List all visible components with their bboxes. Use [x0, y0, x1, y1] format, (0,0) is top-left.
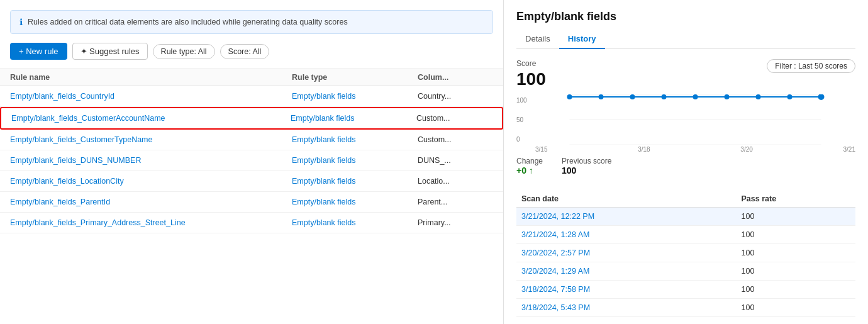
- info-banner: ℹ Rules added on critical data elements …: [10, 10, 493, 34]
- column-value: Country...: [418, 92, 493, 101]
- history-date: 3/20/2024, 2:57 PM: [516, 244, 736, 262]
- column-value: Parent...: [418, 198, 493, 206]
- filter-button[interactable]: Filter : Last 50 scores: [767, 59, 855, 73]
- score-section: Score 100 Filter : Last 50 scores 100 50…: [516, 59, 855, 176]
- y-label-0: 0: [516, 136, 531, 143]
- rule-name[interactable]: Empty/blank_fields_ParentId: [10, 198, 292, 206]
- prev-score-value: 100: [562, 165, 611, 176]
- history-row: 3/20/2024, 1:29 AM 100: [516, 262, 855, 281]
- col-header-rule-name: Rule name: [10, 73, 292, 82]
- history-row: 3/21/2024, 12:22 PM 100: [516, 208, 855, 226]
- chart-svg: [535, 94, 855, 145]
- rule-type: Empty/blank fields: [292, 156, 418, 165]
- history-col-date: Scan date: [516, 191, 736, 208]
- history-date: 3/18/2024, 5:43 PM: [516, 299, 736, 317]
- column-value: Locatio...: [418, 177, 493, 186]
- history-pass-rate: 100: [736, 244, 855, 262]
- column-value: Primary...: [418, 218, 493, 227]
- score-value: 100: [516, 69, 546, 89]
- chart-inner: 3/15 3/18 3/20 3/21: [535, 94, 855, 153]
- chart-container: 100 50 0: [516, 94, 855, 153]
- rule-name[interactable]: Empty/blank_fields_Primary_Address_Stree…: [10, 218, 292, 227]
- column-value: DUNS_...: [418, 156, 493, 165]
- toolbar: + New rule ✦ Suggest rules Rule type: Al…: [0, 34, 503, 69]
- tab-history[interactable]: History: [559, 30, 605, 49]
- metrics-row: Change +0 ↑ Previous score 100: [516, 157, 855, 176]
- rule-type: Empty/blank fields: [292, 218, 418, 227]
- svg-point-10: [787, 94, 793, 99]
- prev-score-section: Previous score 100: [562, 157, 611, 176]
- table-row[interactable]: Empty/blank_fields_LocationCity Empty/bl…: [0, 171, 503, 192]
- right-panel: Empty/blank fields DetailsHistory Score …: [503, 0, 868, 324]
- rule-type-filter[interactable]: Rule type: All: [153, 44, 215, 59]
- svg-point-7: [693, 94, 698, 99]
- svg-point-5: [630, 94, 635, 99]
- rule-type: Empty/blank fields: [292, 135, 418, 144]
- new-rule-button[interactable]: + New rule: [10, 43, 67, 60]
- svg-point-4: [599, 94, 604, 99]
- history-pass-rate: 100: [736, 281, 855, 299]
- history-pass-rate: 100: [736, 262, 855, 281]
- x-label-320: 3/20: [740, 146, 752, 153]
- rule-name[interactable]: Empty/blank_fields_CountryId: [10, 92, 292, 101]
- change-section: Change +0 ↑: [516, 157, 543, 176]
- history-col-pass-rate: Pass rate: [736, 191, 855, 208]
- info-banner-text: Rules added on critical data elements ar…: [28, 18, 348, 26]
- history-date: 3/21/2024, 1:28 AM: [516, 226, 736, 244]
- history-pass-rate: 100: [736, 208, 855, 226]
- prev-score-label: Previous score: [562, 157, 611, 165]
- score-label: Score: [516, 59, 546, 68]
- info-icon: ℹ: [19, 17, 23, 27]
- tab-details[interactable]: Details: [516, 30, 559, 49]
- history-row: 3/21/2024, 1:28 AM 100: [516, 226, 855, 244]
- y-label-50: 50: [516, 116, 531, 123]
- rule-name[interactable]: Empty/blank_fields_CustomerAccountName: [11, 114, 291, 123]
- table-row[interactable]: Empty/blank_fields_ParentId Empty/blank …: [0, 192, 503, 213]
- col-header-rule-type: Rule type: [292, 73, 418, 82]
- x-label-321: 3/21: [843, 146, 855, 153]
- rule-type: Empty/blank fields: [292, 92, 418, 101]
- column-value: Custom...: [418, 135, 493, 144]
- suggest-rules-button[interactable]: ✦ Suggest rules: [72, 43, 148, 60]
- rule-name[interactable]: Empty/blank_fields_DUNS_NUMBER: [10, 156, 292, 165]
- left-panel: ℹ Rules added on critical data elements …: [0, 0, 503, 324]
- history-row: 3/20/2024, 2:57 PM 100: [516, 244, 855, 262]
- svg-point-6: [662, 94, 667, 99]
- x-label-315: 3/15: [535, 146, 547, 153]
- tabs: DetailsHistory: [516, 30, 855, 49]
- svg-point-11: [818, 94, 825, 100]
- svg-point-3: [567, 94, 572, 99]
- table-row[interactable]: Empty/blank_fields_Primary_Address_Stree…: [0, 213, 503, 233]
- table-row[interactable]: Empty/blank_fields_CustomerTypeName Empt…: [0, 130, 503, 150]
- y-label-100: 100: [516, 97, 531, 104]
- rule-type: Empty/blank fields: [292, 198, 418, 206]
- y-axis: 100 50 0: [516, 94, 535, 153]
- history-pass-rate: 100: [736, 226, 855, 244]
- table-row[interactable]: Empty/blank_fields_CustomerAccountName E…: [0, 107, 503, 130]
- rule-type: Empty/blank fields: [292, 177, 418, 186]
- history-date: 3/18/2024, 7:58 PM: [516, 281, 736, 299]
- rule-name[interactable]: Empty/blank_fields_LocationCity: [10, 177, 292, 186]
- svg-point-8: [725, 94, 730, 99]
- history-pass-rate: 100: [736, 299, 855, 317]
- table-row[interactable]: Empty/blank_fields_DUNS_NUMBER Empty/bla…: [0, 150, 503, 171]
- history-row: 3/18/2024, 7:58 PM 100: [516, 281, 855, 299]
- table-header: Rule name Rule type Colum...: [0, 69, 503, 86]
- table-row[interactable]: Empty/blank_fields_CountryId Empty/blank…: [0, 86, 503, 107]
- x-axis: 3/15 3/18 3/20 3/21: [535, 146, 855, 153]
- col-header-column: Colum...: [418, 73, 493, 82]
- score-filter[interactable]: Score: All: [220, 44, 270, 59]
- change-value: +0 ↑: [516, 165, 543, 176]
- history-date: 3/20/2024, 1:29 AM: [516, 262, 736, 281]
- history-table: Scan date Pass rate 3/21/2024, 12:22 PM …: [516, 191, 855, 317]
- change-label: Change: [516, 157, 543, 165]
- svg-point-9: [756, 94, 761, 99]
- column-value: Custom...: [416, 114, 492, 123]
- panel-title: Empty/blank fields: [516, 10, 855, 23]
- history-row: 3/18/2024, 5:43 PM 100: [516, 299, 855, 317]
- history-date: 3/21/2024, 12:22 PM: [516, 208, 736, 226]
- table-body: Empty/blank_fields_CountryId Empty/blank…: [0, 86, 503, 324]
- x-label-318: 3/18: [638, 146, 650, 153]
- rule-type: Empty/blank fields: [291, 114, 416, 123]
- rule-name[interactable]: Empty/blank_fields_CustomerTypeName: [10, 135, 292, 144]
